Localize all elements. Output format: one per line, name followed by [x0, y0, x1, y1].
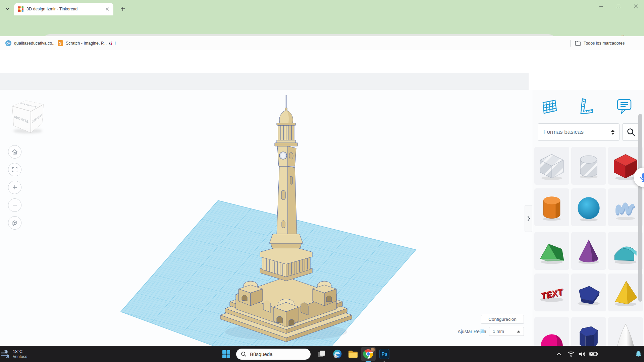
viewport-3d[interactable]: SUPERIOR FRONTAL DERECHA: [0, 90, 533, 346]
shape-grid: TEXT TEXT: [533, 90, 644, 346]
divider: [570, 40, 571, 47]
tinkercad-header: TINKERCAD Izmir: [0, 50, 644, 73]
bookmark-item[interactable]: Qe qualitaseducativa.co...: [5, 36, 56, 50]
zoom-in-button[interactable]: [8, 181, 21, 194]
microphone-icon: [638, 172, 644, 182]
snap-grid-dropdown[interactable]: 1 mm: [489, 327, 524, 336]
shapes-panel: Formas básicas: [533, 90, 644, 346]
edge-app-button[interactable]: [330, 347, 345, 361]
logo-cell: [18, 8, 20, 10]
shape-magenta-paraboloid[interactable]: [534, 317, 569, 346]
shape-green-roof[interactable]: [534, 232, 569, 270]
shape-yellow-pyramid[interactable]: [608, 274, 643, 311]
chrome-profile-badge: [371, 348, 375, 352]
logo-cell: [18, 10, 20, 12]
photoshop-app-button[interactable]: Ps: [377, 347, 392, 361]
folder-icon: [348, 350, 358, 358]
taskbar-search-placeholder: Búsqueda: [250, 351, 273, 357]
bookmark-favicon: S: [58, 40, 63, 46]
shape-navy-polygon[interactable]: [571, 274, 606, 311]
shape-blue-sphere[interactable]: [571, 188, 606, 226]
model-izmir-clock-tower[interactable]: [213, 93, 367, 345]
wind-icon: [0, 350, 10, 358]
bookmark-item[interactable]: S Scratch - Imagine, P...: [58, 36, 107, 50]
wifi-icon[interactable]: [566, 346, 576, 362]
bookmark-item[interactable]: si i: [109, 36, 116, 50]
app-toolbar: Importar Exportar Enviar a: [0, 73, 644, 90]
shape-striped-cylinder[interactable]: [571, 147, 606, 185]
bookmarks-bar: Qe qualitaseducativa.co... S Scratch - I…: [0, 36, 644, 50]
volume-icon[interactable]: [578, 346, 587, 362]
logo-cell: [22, 8, 23, 10]
weather-temp: 18°C: [13, 349, 27, 354]
battery-charging-icon[interactable]: [588, 346, 599, 362]
shape-orange-cylinder[interactable]: [534, 188, 569, 226]
shape-blue-scribble[interactable]: [608, 188, 643, 226]
task-view-button[interactable]: [314, 347, 329, 361]
bookmark-favicon: si: [109, 41, 112, 46]
search-icon: [241, 351, 247, 357]
windows-logo-icon: [222, 350, 230, 358]
shape-silver-cone[interactable]: [608, 317, 643, 346]
taskbar: 18°C Ventoso Búsqueda: [0, 346, 644, 362]
window-close-button[interactable]: [629, 1, 643, 11]
window-minimize-button[interactable]: [594, 1, 608, 11]
logo-cell: [18, 6, 20, 8]
panel-scrollbar[interactable]: [638, 114, 642, 302]
logo-cell: [20, 8, 22, 10]
browser-toolbar: tinkercad.com/things/9bl0NCeMCxo-izmir/e…: [0, 15, 644, 36]
view-cube[interactable]: SUPERIOR FRONTAL DERECHA: [10, 97, 47, 137]
shape-navy-hexprism[interactable]: [571, 317, 606, 346]
panel-collapse-handle[interactable]: [525, 205, 532, 232]
screen: 3D design Izmir - Tinkercad: [0, 0, 644, 362]
photoshop-icon: Ps: [379, 349, 389, 359]
snap-grid-value: 1 mm: [493, 329, 504, 334]
settings-button[interactable]: Configuración: [481, 315, 524, 324]
shape-purple-cone[interactable]: [571, 232, 606, 270]
all-bookmarks-button[interactable]: Todos los marcadores: [575, 36, 625, 50]
weather-condition: Ventoso: [13, 354, 27, 359]
edge-icon: [333, 349, 342, 359]
shape-striped-cube[interactable]: [534, 147, 569, 185]
taskbar-search-input[interactable]: Búsqueda: [236, 349, 311, 360]
home-view-button[interactable]: [8, 145, 21, 159]
running-app-indicator: [384, 361, 385, 362]
file-explorer-button[interactable]: [345, 347, 360, 361]
browser-tab[interactable]: 3D design Izmir - Tinkercad: [14, 3, 113, 15]
start-button[interactable]: [219, 347, 233, 361]
active-app-indicator: [366, 361, 371, 362]
fit-view-button[interactable]: [8, 163, 21, 176]
perspective-toggle-button[interactable]: [8, 216, 21, 230]
chrome-app-button[interactable]: [361, 347, 376, 361]
zoom-out-button[interactable]: [8, 198, 21, 212]
shape-red-text[interactable]: TEXT TEXT: [534, 274, 569, 311]
logo-cell: [22, 6, 23, 8]
snap-grid-label: Ajustar Rejilla: [449, 329, 486, 334]
dropdown-up-arrow-icon: [517, 330, 520, 333]
shape-teal-round-roof[interactable]: [608, 232, 643, 270]
logo-cell: [22, 10, 23, 12]
bookmark-favicon: Qe: [5, 40, 11, 46]
toolbar-right-zone: [529, 73, 644, 90]
logo-cell: [20, 6, 22, 8]
browser-tabstrip: 3D design Izmir - Tinkercad: [0, 0, 644, 15]
tray-expand-chevron-icon[interactable]: [554, 346, 564, 362]
folder-icon: [575, 41, 581, 46]
tab-favicon: [18, 6, 23, 12]
tab-title: 3D design Izmir - Tinkercad: [26, 7, 104, 11]
tab-search-chevron-icon[interactable]: [3, 5, 11, 13]
logo-cell: [20, 10, 22, 12]
tab-close-icon[interactable]: [104, 6, 110, 12]
window-maximize-button[interactable]: [612, 1, 625, 11]
new-tab-button[interactable]: [118, 4, 127, 13]
task-view-icon: [317, 350, 326, 358]
notification-bell-icon[interactable]: [634, 346, 643, 362]
